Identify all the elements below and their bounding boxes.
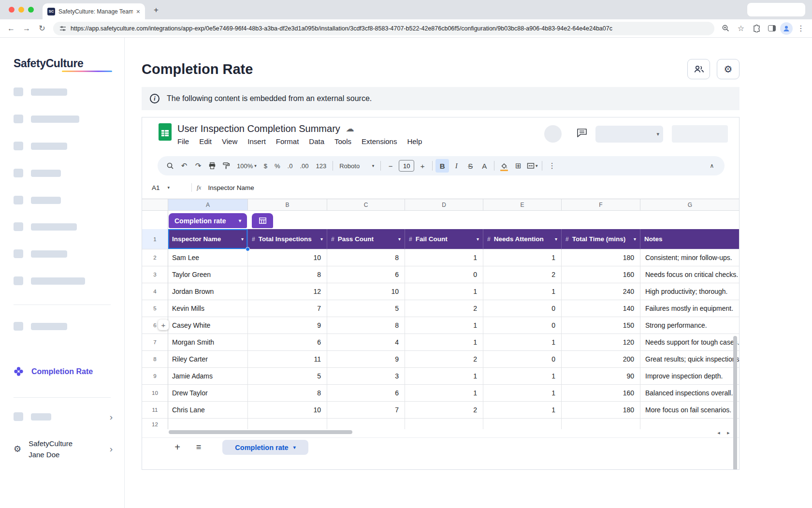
cell-inspector-name[interactable]: Sam Lee (168, 249, 248, 266)
manage-users-button[interactable] (687, 59, 710, 79)
increase-decimal-button[interactable]: .00 (296, 159, 312, 173)
cell-needs-attention[interactable]: 1 (483, 249, 562, 266)
cell-pass-count[interactable]: 8 (327, 317, 405, 334)
scrollbar-thumb[interactable] (169, 430, 352, 434)
cell-needs-attention[interactable]: 1 (483, 283, 562, 300)
cell-needs-attention[interactable]: 2 (483, 266, 562, 283)
collapse-toolbar-icon[interactable]: ∧ (705, 162, 719, 169)
cell-fail-count[interactable]: 1 (405, 283, 483, 300)
header-pass-count[interactable]: # Pass Count ▾ (327, 229, 405, 249)
cell-total-time[interactable]: 160 (562, 266, 640, 283)
settings-button[interactable]: ⚙ (717, 59, 740, 79)
cell-fail-count[interactable]: 1 (405, 334, 483, 351)
tab-close-icon[interactable]: × (136, 8, 140, 15)
window-zoom-button[interactable] (28, 7, 34, 13)
cell-pass-count[interactable]: 5 (327, 300, 405, 317)
decrease-font-size-button[interactable]: − (384, 159, 397, 173)
cell-fail-count[interactable]: 2 (405, 402, 483, 419)
cell-inspector-name[interactable]: Casey White (168, 317, 248, 334)
cell-fail-count[interactable]: 1 (405, 385, 483, 402)
doc-title[interactable]: User Inspection Completion Summary (177, 123, 340, 134)
zoom-icon[interactable] (718, 21, 733, 36)
cell-notes[interactable]: High productivity; thorough. (640, 283, 740, 300)
cell-notes[interactable]: Failures mostly in equipment. (640, 300, 740, 317)
cell-total-inspections[interactable]: 5 (248, 368, 327, 385)
back-icon[interactable]: ← (4, 21, 18, 36)
cell-total-inspections[interactable]: 8 (248, 266, 327, 283)
table-name-chip[interactable]: Completion rate ▾ (169, 213, 247, 228)
column-header-c[interactable]: C (327, 199, 405, 211)
column-header-b[interactable]: B (248, 199, 327, 211)
cloud-save-icon[interactable]: ☁ (346, 124, 354, 134)
menu-insert[interactable]: Insert (247, 137, 266, 145)
bookmark-star-icon[interactable]: ☆ (734, 21, 748, 36)
cell-needs-attention[interactable]: 1 (483, 368, 562, 385)
cell-inspector-name[interactable]: Kevin Mills (168, 300, 248, 317)
cell-pass-count[interactable]: 8 (327, 249, 405, 266)
cell-total-inspections[interactable]: 8 (248, 385, 327, 402)
header-needs-attention[interactable]: # Needs Attention ▾ (483, 229, 562, 249)
table-menu-button[interactable] (252, 213, 273, 228)
empty-cell[interactable] (640, 419, 740, 430)
empty-cell[interactable] (248, 419, 327, 430)
chevron-down-icon[interactable]: ▾ (396, 236, 401, 242)
address-bar[interactable]: https://app.safetyculture.com/integratio… (53, 22, 714, 35)
chevron-down-icon[interactable]: ▾ (319, 236, 323, 242)
cell-notes[interactable]: Needs support for tough cases. (640, 334, 740, 351)
scroll-left-icon[interactable]: ◀ (715, 430, 722, 435)
skeleton-item-collapsed[interactable] (14, 412, 113, 421)
window-close-button[interactable] (9, 7, 14, 13)
cell-notes[interactable]: Balanced inspections overall. (640, 385, 740, 402)
redo-icon[interactable]: ↷ (191, 159, 205, 173)
extensions-icon[interactable] (749, 21, 764, 36)
formula-input[interactable]: Inspector Name (208, 184, 254, 191)
cell-needs-attention[interactable]: 1 (483, 402, 562, 419)
tune-icon[interactable] (59, 25, 67, 32)
more-formats-button[interactable]: 123 (313, 159, 330, 173)
cell-total-inspections[interactable]: 6 (248, 334, 327, 351)
vertical-scrollbar[interactable] (733, 336, 737, 470)
paint-format-icon[interactable] (219, 159, 233, 173)
column-header-g[interactable]: G (640, 199, 740, 211)
cell-fail-count[interactable]: 2 (405, 300, 483, 317)
name-box[interactable]: A1 ▾ (142, 184, 187, 191)
cell-inspector-name[interactable]: Taylor Green (168, 266, 248, 283)
cell-total-inspections[interactable]: 9 (248, 317, 327, 334)
cell-pass-count[interactable]: 6 (327, 385, 405, 402)
cell-total-time[interactable]: 240 (562, 283, 640, 300)
cell-notes[interactable]: More focus on fail scenarios. (640, 402, 740, 419)
cell-pass-count[interactable]: 4 (327, 334, 405, 351)
zoom-select[interactable]: 100% ▾ (233, 159, 260, 173)
undo-icon[interactable]: ↶ (177, 159, 191, 173)
cell-pass-count[interactable]: 3 (327, 368, 405, 385)
cell-fail-count[interactable]: 1 (405, 249, 483, 266)
insert-button[interactable]: + (158, 319, 169, 330)
print-icon[interactable] (205, 159, 219, 173)
select-all-corner[interactable] (142, 199, 168, 211)
menu-edit[interactable]: Edit (199, 137, 212, 145)
row-number[interactable]: 8 (142, 351, 168, 368)
column-header-e[interactable]: E (483, 199, 562, 211)
format-currency-button[interactable]: $ (261, 159, 271, 173)
row-number[interactable]: 4 (142, 283, 168, 300)
comment-icon[interactable] (577, 128, 587, 140)
cell-fail-count[interactable]: 1 (405, 317, 483, 334)
browser-menu-icon[interactable]: ⋮ (794, 21, 808, 36)
menu-view[interactable]: View (222, 137, 237, 145)
bold-button[interactable]: B (435, 159, 449, 173)
cell-needs-attention[interactable]: 0 (483, 300, 562, 317)
chevron-down-icon[interactable]: ▾ (239, 236, 244, 242)
row-number[interactable]: 10 (142, 385, 168, 402)
horizontal-scrollbar[interactable] (142, 429, 740, 435)
cell-needs-attention[interactable]: 0 (483, 351, 562, 368)
cell-fail-count[interactable]: 1 (405, 368, 483, 385)
row-number[interactable]: 7 (142, 334, 168, 351)
strikethrough-button[interactable]: S (464, 159, 477, 173)
row-number[interactable]: 12 (142, 419, 168, 430)
cell-total-time[interactable]: 90 (562, 368, 640, 385)
all-sheets-icon[interactable]: ≡ (191, 440, 206, 455)
window-minimize-button[interactable] (18, 7, 24, 13)
header-fail-count[interactable]: # Fail Count ▾ (405, 229, 483, 249)
empty-cell[interactable] (483, 419, 562, 430)
cell-notes[interactable]: Strong performance. (640, 317, 740, 334)
